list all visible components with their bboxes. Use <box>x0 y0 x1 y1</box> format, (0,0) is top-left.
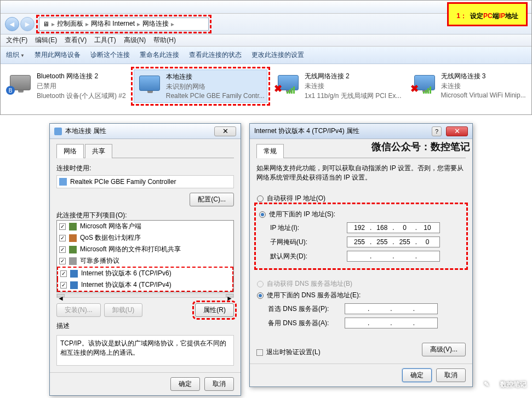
connection-wifi-3[interactable]: ✖ 无线网络连接 3 未连接 Microsoft Virtual WiFi Mi… <box>409 70 528 103</box>
horizontal-scrollbar[interactable]: ◄► <box>56 293 234 298</box>
radio-use-ip[interactable]: 使用下面的 IP 地址(S): <box>259 210 463 219</box>
tab-network[interactable]: 网络 <box>56 144 84 158</box>
breadcrumb[interactable]: 🖥 ▸ 控制面板▸ 网络和 Internet▸ 网络连接▸ <box>39 18 209 31</box>
uses-items-label: 此连接使用下列项目(O): <box>56 211 234 220</box>
list-item: 可靠多播协议 <box>57 255 233 267</box>
radio-use-dns[interactable]: 使用下面的 DNS 服务器地址(E): <box>257 291 465 300</box>
list-item: QoS 数据包计划程序 <box>57 232 233 244</box>
help-button[interactable]: ? <box>432 126 442 136</box>
description-text: TCP/IP。该协议是默认的广域网络协议，它提供在不同的相互连接的网络上的通讯。 <box>56 335 234 366</box>
share-icon <box>69 246 77 253</box>
nav-back-button[interactable]: ◄ <box>5 17 19 31</box>
wechat-note: 微信公众号：数控笔记 <box>371 140 470 153</box>
items-listbox[interactable]: Microsoft 网络客户端 QoS 数据包计划程序 Microsoft 网络… <box>56 220 234 292</box>
gateway-input[interactable]: ... <box>347 251 440 262</box>
list-item: Microsoft 网络客户端 <box>57 221 233 232</box>
radio-auto-ip[interactable]: 自动获得 IP 地址(O) <box>257 194 465 203</box>
advanced-button[interactable]: 高级(V)... <box>422 343 466 356</box>
connection-local[interactable]: 本地连接 未识别的网络 Realtek PCIe GBE Family Cont… <box>134 70 267 103</box>
x-icon: ✖ <box>274 83 282 95</box>
properties-button[interactable]: 属性(R) <box>195 303 234 317</box>
connection-bluetooth[interactable]: B Bluetooth 网络连接 2 已禁用 Bluetooth 设备(个人区域… <box>5 70 128 103</box>
conn-name: Bluetooth 网络连接 2 <box>37 72 126 81</box>
list-item: Internet 协议版本 6 (TCP/IPv6) <box>57 267 233 279</box>
conn-status: 未识别的网络 <box>166 82 265 91</box>
configure-button[interactable]: 配置(C)... <box>190 193 234 206</box>
checkbox[interactable] <box>59 223 66 230</box>
dns2-input[interactable]: ... <box>345 318 438 328</box>
toolbar-organize[interactable]: 组织▼ <box>6 50 25 60</box>
menu-bar: 文件(F) 编辑(E) 查看(V) 工具(T) 高级(N) 帮助(H) <box>1 34 531 47</box>
mask-label: 子网掩码(U): <box>270 238 347 247</box>
client-icon <box>69 223 77 230</box>
dns1-label: 首选 DNS 服务器(P): <box>268 304 345 314</box>
ip-label: IP 地址(I): <box>270 223 347 233</box>
conn-name: 本地连接 <box>166 72 265 82</box>
checkbox[interactable] <box>60 270 67 277</box>
menu-help[interactable]: 帮助(H) <box>153 36 176 45</box>
menu-tools[interactable]: 工具(T) <box>94 36 116 45</box>
ipv6-icon <box>70 270 78 278</box>
dialog-title: 本地连接 属性 <box>65 126 106 136</box>
description-label: 描述 <box>56 321 234 331</box>
bluetooth-icon: B <box>6 86 15 95</box>
connections-list: B Bluetooth 网络连接 2 已禁用 Bluetooth 设备(个人区域… <box>1 64 531 108</box>
uninstall-button[interactable]: 卸载(U) <box>104 303 143 317</box>
adapter-icon <box>54 128 62 135</box>
menu-advanced[interactable]: 高级(N) <box>124 36 146 45</box>
checkbox[interactable] <box>59 246 66 253</box>
crumb-3[interactable]: 网络连接 <box>141 19 170 28</box>
install-button[interactable]: 安装(N)... <box>56 303 101 317</box>
toolbar-rename[interactable]: 重命名此连接 <box>140 50 179 60</box>
toolbar-change[interactable]: 更改此连接的设置 <box>251 50 304 60</box>
conn-status: 未连接 <box>305 82 402 91</box>
conn-name: 无线网络连接 3 <box>441 72 526 81</box>
conn-device: Microsoft Virtual WiFi Minip... <box>441 91 526 99</box>
connect-using-label: 连接时使用: <box>56 164 234 173</box>
multicast-icon <box>69 257 77 265</box>
watermark: ✎ 数控笔记 <box>477 375 527 394</box>
ip-address-input[interactable]: 192.168.0.10 <box>347 222 440 233</box>
toolbar-status[interactable]: 查看此连接的状态 <box>189 50 242 60</box>
dialog-title: Internet 协议版本 4 (TCP/IPv4) 属性 <box>254 126 359 136</box>
close-button[interactable]: ✕ <box>214 126 236 136</box>
list-item: Microsoft 网络的文件和打印机共享 <box>57 244 233 255</box>
adapter-field: Realtek PCIe GBE Family Controller <box>56 175 234 188</box>
annotation-banner: 1： 设定PC端IP地址 <box>447 2 528 26</box>
ipv4-icon <box>70 281 78 289</box>
cancel-button[interactable]: 取消 <box>204 377 234 391</box>
crumb-1[interactable]: 控制面板 <box>56 19 84 28</box>
menu-view[interactable]: 查看(V) <box>65 36 87 45</box>
dns1-input[interactable]: ... <box>345 303 438 314</box>
qos-icon <box>69 234 77 242</box>
validate-checkbox[interactable]: 退出时验证设置(L) <box>256 348 321 357</box>
info-text: 如果网络支持此功能，则可以获取自动指派的 IP 设置。否则，您需要从网络系统管理… <box>256 164 466 182</box>
close-button[interactable]: ✕ <box>446 126 468 136</box>
toolbar-diagnose[interactable]: 诊断这个连接 <box>90 50 130 60</box>
adapter-name: Realtek PCIe GBE Family Controller <box>70 178 176 186</box>
checkbox[interactable] <box>59 235 66 241</box>
tab-general[interactable]: 常规 <box>256 144 284 158</box>
crumb-2[interactable]: 网络和 Internet <box>90 19 136 28</box>
ok-button[interactable]: 确定 <box>402 368 432 382</box>
subnet-mask-input[interactable]: 255.255.255.0 <box>347 237 440 247</box>
list-item-ipv4: Internet 协议版本 4 (TCP/IPv4) <box>57 279 233 292</box>
nav-fwd-button[interactable]: ► <box>20 17 35 31</box>
conn-device: 1x1 11b/g/n 无线局域网 PCI Ex... <box>305 91 402 101</box>
connection-wifi-2[interactable]: ✖ 无线网络连接 2 未连接 1x1 11b/g/n 无线局域网 PCI Ex.… <box>273 70 404 103</box>
gateway-label: 默认网关(D): <box>270 252 347 261</box>
nic-icon <box>59 178 67 186</box>
checkbox[interactable] <box>60 282 67 289</box>
tab-sharing[interactable]: 共享 <box>85 144 112 158</box>
local-connection-properties-dialog: 本地连接 属性 ✕ 网络 共享 连接时使用: Realtek PCIe GBE … <box>49 123 241 396</box>
menu-edit[interactable]: 编辑(E) <box>35 36 57 45</box>
computer-icon: 🖥 <box>42 20 50 28</box>
wechat-icon: ✎ <box>477 375 496 394</box>
ok-button[interactable]: 确定 <box>170 377 200 391</box>
x-icon: ✖ <box>410 83 419 95</box>
checkbox[interactable] <box>59 258 66 264</box>
menu-file[interactable]: 文件(F) <box>6 36 27 45</box>
cancel-button[interactable]: 取消 <box>436 368 466 382</box>
toolbar-disable[interactable]: 禁用此网络设备 <box>35 50 81 60</box>
ipv4-properties-dialog: Internet 协议版本 4 (TCP/IPv4) 属性 ? ✕ 微信公众号：… <box>249 123 473 387</box>
